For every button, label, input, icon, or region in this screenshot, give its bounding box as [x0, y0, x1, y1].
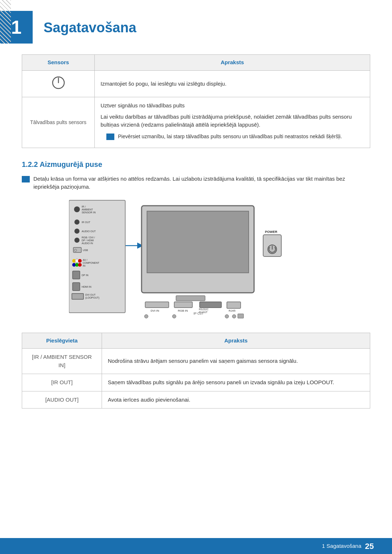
table-row: Izmantojiet šo pogu, lai ieslēgtu vai iz…: [22, 70, 370, 97]
connectors-col2-header: Apraksts: [102, 333, 370, 349]
remote-sensor-description: Uztver signālus no tālvadības pults Lai …: [95, 97, 370, 148]
svg-text:IR /: IR /: [82, 205, 86, 208]
svg-text:USB: USB: [83, 249, 88, 251]
section-note: Detaļu krāsa un forma var atšķirties no …: [22, 175, 370, 191]
sensors-col-header: Sensors: [22, 55, 95, 71]
table-row: Tālvadības pults sensors Uztver signālus…: [22, 97, 370, 148]
svg-rect-29: [73, 283, 80, 291]
svg-text:COMPONENT: COMPONENT: [83, 262, 99, 264]
svg-point-56: [232, 315, 236, 318]
svg-text:RS232C: RS232C: [199, 308, 208, 311]
svg-text:IN: IN: [83, 264, 85, 267]
remote-desc-line1: Uztver signālus no tālvadības pults: [101, 102, 364, 110]
chapter-title: Sagatavošana: [33, 11, 136, 38]
footer: 1 Sagatavošana 25: [0, 538, 392, 554]
connectors-col1-header: Pieslēgvieta: [22, 333, 102, 349]
main-content: Sensors Apraksts Izmantojiet šo pogu, la…: [0, 51, 392, 423]
info-icon: [22, 176, 30, 182]
connector-1-name: [IR / AMBIENT SENSOR IN]: [22, 349, 102, 374]
svg-text:DVI OUT: DVI OUT: [85, 294, 96, 296]
svg-point-3: [74, 206, 80, 212]
svg-rect-38: [176, 296, 205, 301]
chapter-number: 1: [11, 13, 22, 41]
svg-point-11: [74, 238, 79, 243]
svg-text:IR OUT: IR OUT: [82, 221, 90, 223]
sensors-table: Sensors Apraksts Izmantojiet šo pogu, la…: [22, 54, 370, 148]
table-row: [IR / AMBIENT SENSOR IN] Nodrošina strāv…: [22, 349, 370, 374]
back-panel-diagram: IR / AMBIENT SENSOR IN IR OUT AUDIO OUT …: [69, 198, 323, 322]
table-row: [IR OUT] Saņem tālvadības pults signālu …: [22, 374, 370, 391]
note-block: Pievērsiet uzmanību, lai starp tālvadība…: [106, 133, 364, 140]
svg-text:POWER: POWER: [265, 230, 278, 234]
section-note-text: Detaļu krāsa un forma var atšķirties no …: [33, 175, 370, 191]
svg-point-53: [144, 315, 148, 318]
svg-text:SENSOR IN: SENSOR IN: [82, 211, 96, 214]
svg-rect-27: [73, 271, 80, 279]
svg-point-54: [172, 315, 176, 318]
connector-1-desc: Nodrošina strāvu ārējam sensoru panelim …: [102, 349, 370, 374]
svg-rect-50: [227, 302, 241, 308]
connector-2-desc: Saņem tālvadības pults signālu pa ārējo …: [102, 374, 370, 391]
svg-point-7: [74, 219, 79, 225]
power-description: Izmantojiet šo pogu, lai ieslēgtu vai iz…: [95, 70, 370, 97]
svg-text:DP IN: DP IN: [82, 274, 89, 276]
svg-rect-31: [72, 294, 83, 299]
svg-point-20: [78, 259, 82, 263]
svg-text:RGB IN: RGB IN: [178, 309, 188, 312]
connector-3-desc: Avota ierīces audio pievienošanai.: [102, 391, 370, 409]
section-heading-1-2-2: 1.2.2 Aizmugurējā puse: [22, 159, 370, 170]
footer-page-number: 25: [365, 540, 374, 552]
connector-3-name: [AUDIO OUT]: [22, 391, 102, 409]
svg-point-23: [78, 263, 82, 267]
table-row: [AUDIO OUT] Avota ierīces audio pievieno…: [22, 391, 370, 409]
svg-point-9: [74, 229, 79, 234]
svg-text:⬡: ⬡: [74, 249, 77, 252]
svg-text:HDMI IN: HDMI IN: [82, 286, 91, 288]
svg-text:DVI IN: DVI IN: [151, 309, 159, 312]
power-icon-cell: [22, 70, 95, 97]
apraksts-col-header-1: Apraksts: [95, 55, 370, 71]
svg-text:IP CuT: IP CuT: [193, 312, 204, 315]
svg-rect-43: [145, 302, 169, 308]
note-icon: [106, 134, 114, 140]
svg-text:RGB / DVI /: RGB / DVI /: [82, 236, 95, 239]
note-text: Pievērsiet uzmanību, lai starp tālvadība…: [118, 133, 342, 140]
connector-2-name: [IR OUT]: [22, 374, 102, 391]
power-icon: [51, 75, 66, 90]
svg-text:AUDIO IN: AUDIO IN: [82, 242, 93, 245]
svg-rect-37: [147, 211, 249, 273]
svg-rect-45: [174, 302, 192, 308]
chapter-header: 1 Sagatavošana: [0, 0, 392, 51]
svg-text:AMBIENT: AMBIENT: [82, 208, 93, 211]
svg-text:(LOOPOUT): (LOOPOUT): [85, 296, 99, 299]
svg-point-55: [225, 315, 229, 318]
svg-text:AUDIO OUT: AUDIO OUT: [82, 230, 96, 233]
svg-text:RJ45: RJ45: [229, 309, 236, 312]
svg-rect-57: [238, 314, 244, 318]
diagram-container: IR / AMBIENT SENSOR IN IR OUT AUDIO OUT …: [22, 198, 370, 322]
svg-text:AV /: AV /: [83, 259, 87, 261]
remote-desc-line2: Lai veiktu darbības ar tālvadības pulti …: [101, 113, 364, 129]
footer-chapter-text: 1 Sagatavošana: [322, 542, 361, 550]
svg-rect-47: [200, 302, 221, 308]
connectors-table: Pieslēgvieta Apraksts [IR / AMBIENT SENS…: [22, 333, 370, 409]
remote-sensor-label: Tālvadības pults sensors: [22, 97, 95, 148]
svg-text:DP / HDMI: DP / HDMI: [82, 239, 94, 242]
stripe-background: [0, 0, 11, 44]
